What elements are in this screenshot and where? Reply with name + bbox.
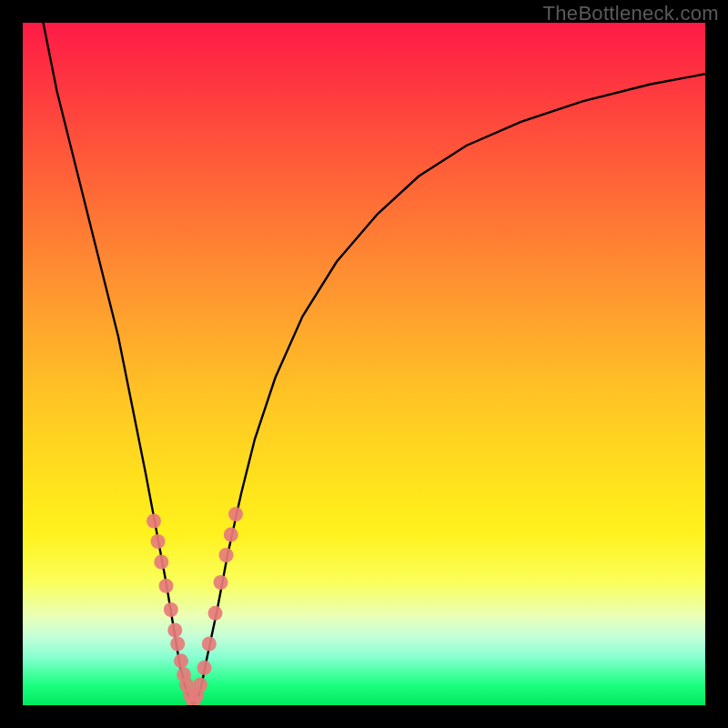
highlight-dot [164,602,178,617]
highlight-dot [208,606,223,621]
highlight-dot [214,575,228,590]
plot-area [23,23,705,705]
highlight-dot [151,534,166,549]
highlight-dot [219,548,234,562]
highlight-dot [224,528,238,542]
chart-svg [23,23,705,705]
bottleneck-curve [44,23,706,705]
highlight-dot [159,579,174,593]
highlight-dot [167,623,182,638]
highlight-dot [202,637,217,652]
highlight-dot [228,507,243,521]
highlight-dot [154,555,168,570]
highlight-dot [197,661,212,675]
highlight-dot [193,678,207,693]
highlight-dot [147,514,161,529]
watermark-text: TheBottleneck.com [543,2,719,25]
highlight-dot [170,637,185,652]
highlight-dots [147,507,243,705]
outer-frame: TheBottleneck.com [0,0,728,728]
highlight-dot [174,653,188,668]
